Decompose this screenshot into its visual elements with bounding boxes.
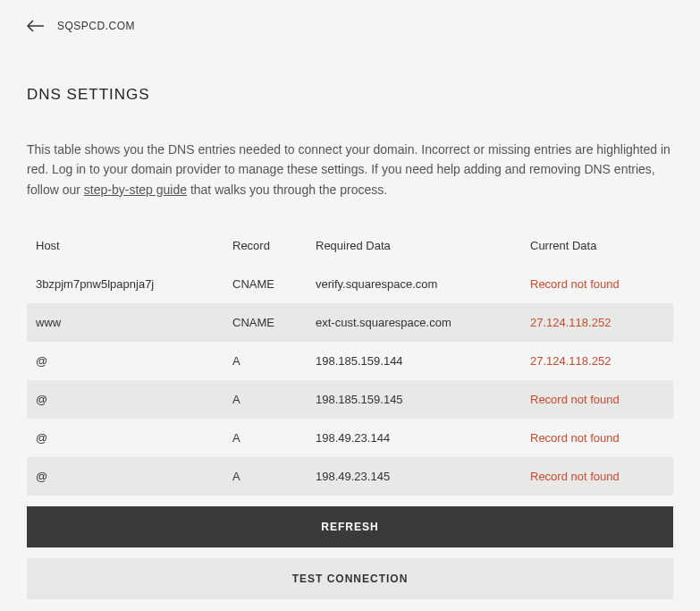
cell-record: CNAME bbox=[232, 316, 316, 329]
header-host: Host bbox=[36, 239, 232, 252]
cell-record: A bbox=[232, 393, 316, 406]
header-required: Required Data bbox=[316, 239, 530, 252]
cell-record: CNAME bbox=[232, 277, 316, 291]
cell-current: Record not found bbox=[530, 393, 664, 406]
cell-host: @ bbox=[36, 354, 232, 368]
table-row: @A198.185.159.14427.124.118.252 bbox=[27, 342, 673, 380]
cell-record: A bbox=[232, 354, 316, 368]
cell-record: A bbox=[232, 431, 316, 445]
guide-link[interactable]: step-by-step guide bbox=[84, 182, 187, 197]
cell-current: 27.124.118.252 bbox=[530, 354, 664, 368]
cell-required: 198.49.23.145 bbox=[316, 470, 530, 483]
table-row: 3bzpjm7pnw5lpapnja7jCNAMEverify.squaresp… bbox=[27, 265, 673, 303]
cell-host: @ bbox=[36, 470, 232, 483]
content-area: DNS SETTINGS This table shows you the DN… bbox=[0, 86, 700, 611]
table-body: 3bzpjm7pnw5lpapnja7jCNAMEverify.squaresp… bbox=[27, 265, 673, 496]
cell-required: verify.squarespace.com bbox=[316, 277, 530, 291]
cell-current: Record not found bbox=[530, 470, 664, 483]
table-header-row: Host Record Required Data Current Data bbox=[27, 226, 673, 265]
page-description: This table shows you the DNS entries nee… bbox=[27, 140, 673, 199]
cell-host: @ bbox=[36, 393, 232, 406]
cell-current: Record not found bbox=[530, 431, 664, 445]
table-row: @A198.49.23.145Record not found bbox=[27, 457, 673, 496]
description-text-2: that walks you through the process. bbox=[187, 182, 387, 197]
cell-host: www bbox=[36, 316, 232, 329]
cell-host: @ bbox=[36, 431, 232, 445]
back-arrow-icon[interactable] bbox=[27, 20, 45, 32]
cell-current: Record not found bbox=[530, 277, 664, 291]
header-record: Record bbox=[232, 239, 316, 252]
test-connection-button[interactable]: TEST CONNECTION bbox=[27, 558, 673, 599]
breadcrumb-domain[interactable]: SQSPCD.COM bbox=[57, 20, 135, 32]
cell-required: 198.49.23.144 bbox=[316, 431, 530, 445]
refresh-button[interactable]: REFRESH bbox=[27, 506, 673, 547]
header-bar: SQSPCD.COM bbox=[0, 0, 700, 52]
table-row: @A198.49.23.144Record not found bbox=[27, 419, 673, 457]
table-row: wwwCNAMEext-cust.squarespace.com27.124.1… bbox=[27, 303, 673, 342]
cell-current: 27.124.118.252 bbox=[530, 316, 664, 329]
cell-host: 3bzpjm7pnw5lpapnja7j bbox=[36, 277, 232, 291]
header-current: Current Data bbox=[530, 239, 664, 252]
dns-table: Host Record Required Data Current Data 3… bbox=[27, 226, 673, 496]
cell-required: 198.185.159.144 bbox=[316, 354, 530, 368]
cell-record: A bbox=[232, 470, 316, 483]
page-title: DNS SETTINGS bbox=[27, 86, 673, 104]
table-row: @A198.185.159.145Record not found bbox=[27, 380, 673, 419]
cell-required: 198.185.159.145 bbox=[316, 393, 530, 406]
cell-required: ext-cust.squarespace.com bbox=[316, 316, 530, 329]
